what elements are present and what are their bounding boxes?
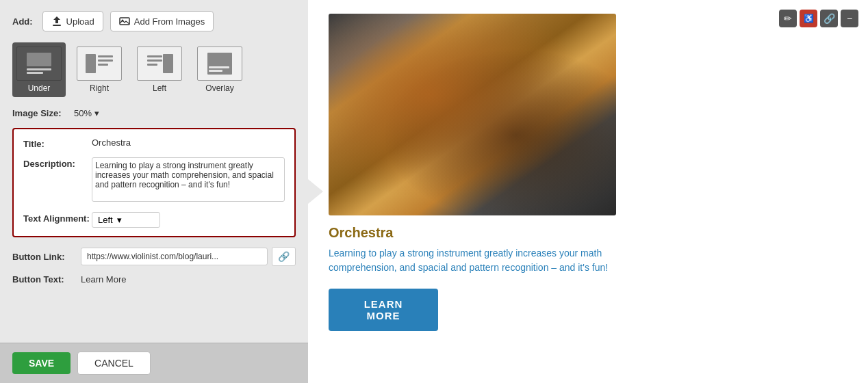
- title-label: Title:: [23, 137, 92, 149]
- svg-rect-6: [86, 54, 96, 73]
- layout-options: Under Right: [12, 42, 296, 97]
- svg-rect-0: [53, 25, 61, 26]
- layout-overlay-icon-box: [197, 47, 242, 81]
- description-label: Description:: [23, 157, 92, 169]
- layout-under-icon-box: [16, 47, 62, 81]
- text-alignment-row: Text Alignment: Left ▾: [23, 212, 285, 228]
- svg-rect-15: [209, 66, 229, 68]
- pencil-icon: ✏: [784, 13, 792, 24]
- remove-button[interactable]: −: [841, 10, 858, 27]
- description-textarea[interactable]: Learning to play a strong instrument gre…: [92, 157, 285, 202]
- button-text-row: Button Text: Learn More: [12, 274, 296, 285]
- layout-under-label: Under: [28, 83, 51, 93]
- save-button[interactable]: SAVE: [12, 352, 71, 374]
- layout-under-icon: [24, 51, 54, 76]
- title-content: [92, 137, 285, 148]
- link-icon: 🔗: [824, 13, 835, 24]
- svg-rect-12: [147, 64, 157, 66]
- svg-rect-7: [98, 55, 113, 57]
- layout-right-label: Right: [90, 83, 109, 93]
- violin-image-inner: [329, 14, 616, 215]
- svg-rect-5: [27, 72, 43, 74]
- alignment-value: Left: [98, 215, 113, 225]
- edit-icon-button[interactable]: ✏: [779, 10, 797, 27]
- image-icon: [119, 16, 130, 27]
- layout-overlay[interactable]: Overlay: [193, 42, 246, 97]
- accessibility-icon-button[interactable]: ♿: [800, 10, 817, 27]
- text-alignment-content: Left ▾: [92, 212, 285, 228]
- arrow-connector: [308, 179, 323, 204]
- button-text-value: Learn More: [81, 274, 126, 285]
- image-size-chevron-icon: ▾: [94, 108, 99, 118]
- alignment-chevron-icon: ▾: [117, 215, 122, 225]
- layout-left-label: Left: [153, 83, 166, 93]
- svg-rect-4: [27, 68, 51, 70]
- svg-rect-8: [98, 60, 113, 62]
- image-size-row: Image Size: 50% ▾: [12, 108, 296, 118]
- upload-icon: [51, 16, 62, 27]
- layout-left[interactable]: Left: [133, 42, 186, 97]
- image-size-select[interactable]: 50% ▾: [74, 108, 99, 118]
- svg-rect-11: [147, 60, 162, 62]
- layout-overlay-icon: [205, 51, 235, 76]
- description-content: Learning to play a strong instrument gre…: [92, 157, 285, 204]
- remove-icon: −: [847, 13, 852, 24]
- svg-rect-9: [98, 64, 108, 66]
- upload-label: Upload: [66, 16, 94, 27]
- cancel-button[interactable]: CANCEL: [77, 352, 151, 375]
- button-link-input[interactable]: [81, 248, 268, 265]
- add-row: Add: Upload Add From Images: [12, 11, 296, 31]
- svg-rect-13: [163, 54, 173, 73]
- image-size-value: 50%: [74, 108, 92, 118]
- alignment-select[interactable]: Left ▾: [92, 212, 160, 228]
- text-alignment-label: Text Alignment:: [23, 212, 92, 224]
- layout-left-icon: [144, 51, 175, 76]
- link-chain-icon: 🔗: [278, 251, 290, 262]
- title-row: Title:: [23, 137, 285, 149]
- toolbar-icons: ✏ ♿ 🔗 −: [779, 10, 858, 27]
- svg-rect-3: [27, 53, 51, 66]
- preview-title: Orchestra: [329, 225, 847, 241]
- panel-footer: SAVE CANCEL: [0, 343, 308, 383]
- button-text-label: Button Text:: [12, 274, 81, 285]
- add-label: Add:: [12, 16, 33, 27]
- preview-description: Learning to play a strong instrument gre…: [329, 246, 616, 275]
- layout-left-icon-box: [137, 47, 182, 81]
- add-from-images-button[interactable]: Add From Images: [110, 11, 214, 31]
- layout-overlay-label: Overlay: [205, 83, 233, 93]
- image-size-label: Image Size:: [12, 108, 67, 118]
- svg-rect-1: [120, 18, 129, 25]
- link-icon-button[interactable]: 🔗: [272, 247, 296, 266]
- panel-content: Add: Upload Add From Images: [0, 0, 308, 343]
- svg-rect-16: [209, 70, 222, 72]
- description-row: Description: Learning to play a strong i…: [23, 157, 285, 204]
- add-from-images-label: Add From Images: [134, 16, 205, 27]
- link-toolbar-button[interactable]: 🔗: [820, 10, 838, 27]
- right-panel: ✏ ♿ 🔗 − Orchestra Learning to play a str…: [308, 0, 868, 383]
- accessibility-icon: ♿: [804, 14, 814, 23]
- details-box: Title: Description: Learning to play a s…: [12, 128, 296, 237]
- violin-image: [329, 14, 616, 215]
- link-input-wrap: 🔗: [81, 247, 296, 266]
- left-panel: Add: Upload Add From Images: [0, 0, 308, 383]
- button-link-label: Button Link:: [12, 252, 81, 262]
- layout-right[interactable]: Right: [73, 42, 126, 97]
- learn-more-button[interactable]: LEARN MORE: [329, 289, 438, 331]
- layout-right-icon-box: [77, 47, 122, 81]
- upload-button[interactable]: Upload: [42, 11, 103, 31]
- layout-right-icon: [84, 51, 114, 76]
- button-link-row: Button Link: 🔗: [12, 247, 296, 266]
- layout-under[interactable]: Under: [12, 42, 66, 97]
- svg-rect-10: [147, 55, 162, 57]
- title-input[interactable]: [92, 137, 285, 148]
